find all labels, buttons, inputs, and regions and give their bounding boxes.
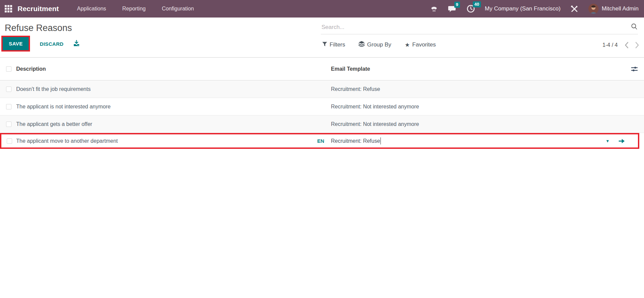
optional-columns-icon[interactable] <box>624 66 644 72</box>
messages-count-badge: 9 <box>454 2 460 8</box>
field-actions: ▼ <box>606 138 625 144</box>
user-menu[interactable]: Mitchell Admin <box>588 4 639 14</box>
dropdown-caret-icon[interactable]: ▼ <box>606 139 610 143</box>
voip-phone-icon[interactable] <box>430 5 438 13</box>
group-by-label: Group By <box>367 41 391 48</box>
pager-range: 1-4 / 4 <box>603 42 618 48</box>
table-row[interactable]: The applicant gets a better offer Recrui… <box>0 115 644 133</box>
cell-description: The applicant is not interested anymore <box>16 104 331 110</box>
save-button[interactable]: SAVE <box>3 37 29 50</box>
activities-clock-icon[interactable]: 40 <box>466 4 475 13</box>
table-row[interactable]: Doesn't fit the job requirements Recruit… <box>0 80 644 98</box>
annotation-box-save: SAVE <box>1 36 30 52</box>
user-avatar <box>588 4 599 14</box>
activities-count-badge: 40 <box>473 1 481 7</box>
row-checkbox[interactable] <box>6 104 11 109</box>
topbar-right: 9 40 My Company (San Francisco) <box>430 4 639 14</box>
table-row-editing[interactable]: The applicant move to another department… <box>0 133 639 149</box>
search-icon[interactable] <box>631 23 638 32</box>
company-switcher[interactable]: My Company (San Francisco) <box>485 5 561 12</box>
list-header-row: Description Email Template <box>0 58 644 80</box>
favorites-label: Favorites <box>412 41 436 48</box>
user-name: Mitchell Admin <box>602 5 639 12</box>
debug-tools-icon[interactable] <box>570 5 579 13</box>
cell-description: The applicant gets a better offer <box>16 121 331 127</box>
top-navbar: Recruitment Applications Reporting Confi… <box>0 0 644 18</box>
column-header-description[interactable]: Description <box>16 66 331 72</box>
filters-label: Filters <box>330 41 345 48</box>
favorites-menu[interactable]: ★ Favorites <box>405 41 436 48</box>
cell-email-template: Recruitment: Not interested anymore <box>331 121 644 127</box>
internal-link-arrow-icon[interactable] <box>618 138 625 144</box>
cell-email-template: Recruitment: Refuse <box>331 86 644 92</box>
cell-email-template: Recruitment: Not interested anymore <box>331 104 644 110</box>
empty-area <box>0 149 644 298</box>
discard-button[interactable]: DISCARD <box>40 41 63 47</box>
language-badge[interactable]: EN <box>317 138 324 144</box>
app-name[interactable]: Recruitment <box>18 5 59 13</box>
search-input[interactable] <box>321 23 631 32</box>
select-all-checkbox[interactable] <box>6 66 11 72</box>
list-view: Description Email Template Doesn't fit t… <box>0 58 644 298</box>
apps-menu-icon[interactable] <box>5 5 12 12</box>
page-title: Refuse Reasons <box>5 23 72 33</box>
row-checkbox[interactable] <box>7 138 12 144</box>
group-by-menu[interactable]: Group By <box>359 41 391 48</box>
search-bar <box>321 20 638 34</box>
pager-previous-icon[interactable] <box>624 42 628 48</box>
messages-icon[interactable]: 9 <box>448 5 457 13</box>
table-row[interactable]: The applicant is not interested anymore … <box>0 98 644 115</box>
text-cursor <box>380 137 381 144</box>
menu-configuration[interactable]: Configuration <box>162 6 194 12</box>
search-options: Filters Group By ★ Favorites <box>322 41 436 48</box>
filter-funnel-icon <box>322 41 327 48</box>
column-header-email-template[interactable]: Email Template <box>331 66 624 72</box>
cell-description[interactable]: The applicant move to another department <box>16 138 118 144</box>
menu-reporting[interactable]: Reporting <box>122 6 146 12</box>
cell-description: Doesn't fit the job requirements <box>16 86 331 92</box>
row-checkbox[interactable] <box>6 87 11 92</box>
menu-applications[interactable]: Applications <box>77 6 106 12</box>
row-checkbox[interactable] <box>6 122 11 127</box>
cell-email-template-editing[interactable]: Recruitment: Refuse ▼ <box>331 137 638 144</box>
layers-icon <box>359 41 365 48</box>
pager: 1-4 / 4 <box>603 42 639 48</box>
export-download-icon[interactable] <box>73 40 80 48</box>
filters-menu[interactable]: Filters <box>322 41 345 48</box>
email-template-input-value[interactable]: Recruitment: Refuse <box>331 138 380 144</box>
pager-next-icon[interactable] <box>635 42 639 48</box>
main-menu: Applications Reporting Configuration <box>77 6 194 12</box>
star-icon: ★ <box>405 42 410 48</box>
control-panel: Refuse Reasons SAVE DISCARD Filters <box>0 18 644 58</box>
